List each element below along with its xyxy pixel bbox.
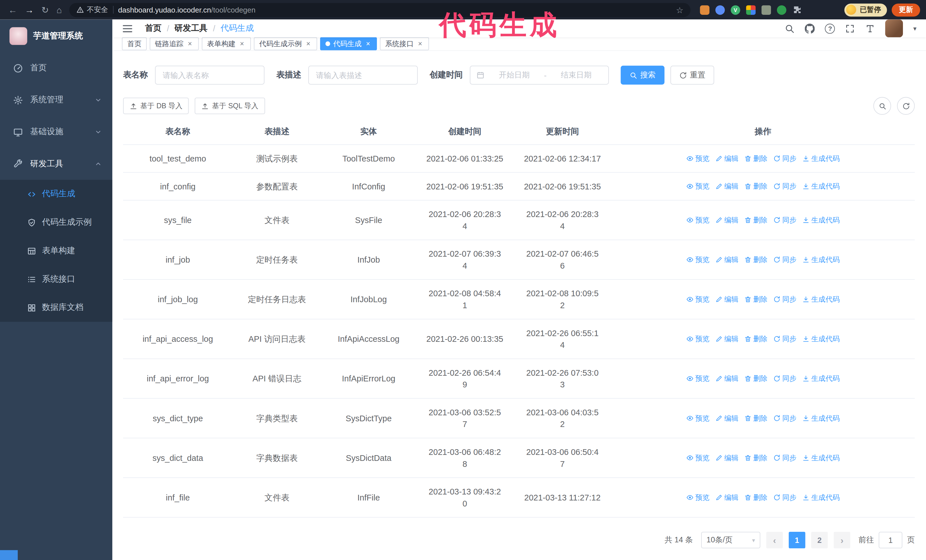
sync-link[interactable]: 同步 — [773, 412, 796, 424]
sync-link[interactable]: 同步 — [773, 180, 796, 192]
import-sql-button[interactable]: 基于 SQL 导入 — [195, 98, 265, 114]
bookmark-star-icon[interactable]: ☆ — [676, 5, 684, 15]
prev-page-button[interactable]: ‹ — [766, 532, 783, 548]
extension-icon[interactable] — [762, 5, 771, 15]
close-icon[interactable]: × — [416, 40, 424, 47]
edit-link[interactable]: 编辑 — [716, 152, 738, 165]
delete-link[interactable]: 删除 — [744, 373, 767, 385]
extension-icon[interactable] — [746, 5, 756, 15]
sync-link[interactable]: 同步 — [773, 152, 796, 165]
generate-code-link[interactable]: 生成代码 — [802, 293, 840, 305]
sidebar-item-dev-tools[interactable]: 研发工具 — [0, 148, 112, 180]
reload-icon[interactable]: ↻ — [41, 5, 49, 14]
edit-link[interactable]: 编辑 — [716, 333, 738, 345]
generate-code-link[interactable]: 生成代码 — [802, 452, 840, 464]
tab-form-builder[interactable]: 表单构建 × — [202, 37, 251, 50]
sidebar-item-infrastructure[interactable]: 基础设施 — [0, 116, 112, 148]
goto-page-input[interactable] — [879, 532, 902, 548]
preview-link[interactable]: 预览 — [686, 333, 710, 345]
close-icon[interactable]: × — [365, 40, 372, 47]
table-name-input[interactable] — [155, 66, 265, 85]
generate-code-link[interactable]: 生成代码 — [802, 152, 840, 165]
preview-link[interactable]: 预览 — [686, 293, 710, 305]
edit-link[interactable]: 编辑 — [716, 293, 738, 305]
generate-code-link[interactable]: 生成代码 — [802, 254, 840, 266]
date-range-picker[interactable]: 开始日期 - 结束日期 — [470, 66, 609, 85]
extension-icon[interactable] — [716, 5, 725, 15]
extensions-puzzle-icon[interactable] — [792, 5, 802, 15]
generate-code-link[interactable]: 生成代码 — [802, 412, 840, 424]
preview-link[interactable]: 预览 — [686, 373, 710, 385]
back-icon[interactable]: ← — [8, 5, 17, 14]
search-button[interactable]: 搜索 — [620, 66, 664, 85]
caret-down-icon[interactable]: ▾ — [913, 24, 916, 32]
import-db-button[interactable]: 基于 DB 导入 — [123, 98, 189, 114]
delete-link[interactable]: 删除 — [744, 180, 767, 192]
browser-update-button[interactable]: 更新 — [892, 3, 920, 16]
generate-code-link[interactable]: 生成代码 — [802, 214, 840, 226]
tab-system-api[interactable]: 系统接口 × — [380, 37, 429, 50]
close-icon[interactable]: × — [239, 40, 246, 47]
sync-link[interactable]: 同步 — [773, 452, 796, 464]
forward-icon[interactable]: → — [25, 5, 33, 14]
generate-code-link[interactable]: 生成代码 — [802, 373, 840, 385]
sidebar-item-home[interactable]: 首页 — [0, 52, 112, 84]
address-bar[interactable]: 不安全 dashboard.yudao.iocoder.cn /tool/cod… — [69, 3, 690, 17]
tab-codegen-example[interactable]: 代码生成示例 × — [254, 37, 317, 50]
delete-link[interactable]: 删除 — [744, 254, 767, 266]
page-button-2[interactable]: 2 — [811, 532, 828, 548]
edit-link[interactable]: 编辑 — [716, 373, 738, 385]
reset-button[interactable]: 重置 — [670, 66, 714, 85]
delete-link[interactable]: 删除 — [744, 293, 767, 305]
generate-code-link[interactable]: 生成代码 — [802, 180, 840, 192]
sidebar-item-codegen-example[interactable]: 代码生成示例 — [0, 208, 112, 237]
page-button-1[interactable]: 1 — [789, 532, 805, 548]
fullscreen-icon[interactable] — [845, 23, 855, 33]
preview-link[interactable]: 预览 — [686, 492, 710, 504]
sync-link[interactable]: 同步 — [773, 254, 796, 266]
sync-link[interactable]: 同步 — [773, 293, 796, 305]
page-size-select[interactable]: 10条/页 ▾ — [701, 532, 761, 548]
tab-trace[interactable]: 链路追踪 × — [150, 37, 198, 50]
search-icon[interactable] — [785, 23, 795, 33]
edit-link[interactable]: 编辑 — [716, 254, 738, 266]
sidebar-item-system-api[interactable]: 系统接口 — [0, 265, 112, 293]
delete-link[interactable]: 删除 — [744, 333, 767, 345]
refresh-button[interactable] — [897, 97, 915, 115]
preview-link[interactable]: 预览 — [686, 152, 710, 165]
delete-link[interactable]: 删除 — [744, 152, 767, 165]
app-logo[interactable]: 芋道管理系统 — [0, 20, 112, 52]
toggle-search-button[interactable] — [873, 97, 891, 115]
preview-link[interactable]: 预览 — [686, 452, 710, 464]
close-icon[interactable]: × — [305, 40, 312, 47]
sync-link[interactable]: 同步 — [773, 333, 796, 345]
delete-link[interactable]: 删除 — [744, 492, 767, 504]
profile-paused-badge[interactable]: 已暂停 — [844, 3, 887, 16]
preview-link[interactable]: 预览 — [686, 412, 710, 424]
tab-home[interactable]: 首页 — [122, 37, 147, 50]
sidebar-item-system-manage[interactable]: 系统管理 — [0, 84, 112, 116]
github-icon[interactable] — [805, 23, 815, 33]
extension-icon[interactable] — [700, 5, 710, 15]
preview-link[interactable]: 预览 — [686, 214, 710, 226]
home-icon[interactable]: ⌂ — [56, 5, 62, 14]
preview-link[interactable]: 预览 — [686, 254, 710, 266]
sidebar-item-db-doc[interactable]: 数据库文档 — [0, 293, 112, 322]
edit-link[interactable]: 编辑 — [716, 452, 738, 464]
sidebar-item-codegen[interactable]: 代码生成 — [0, 180, 112, 208]
preview-link[interactable]: 预览 — [686, 180, 710, 192]
extension-icon[interactable] — [777, 5, 787, 15]
edit-link[interactable]: 编辑 — [716, 214, 738, 226]
user-avatar[interactable] — [885, 20, 903, 37]
generate-code-link[interactable]: 生成代码 — [802, 492, 840, 504]
sync-link[interactable]: 同步 — [773, 492, 796, 504]
tab-codegen[interactable]: 代码生成 × — [320, 37, 377, 50]
delete-link[interactable]: 删除 — [744, 214, 767, 226]
help-icon[interactable]: ? — [825, 23, 835, 33]
close-icon[interactable]: × — [186, 40, 194, 47]
breadcrumb-dev-tools[interactable]: 研发工具 — [174, 23, 207, 33]
delete-link[interactable]: 删除 — [744, 412, 767, 424]
table-desc-input[interactable] — [308, 66, 418, 85]
delete-link[interactable]: 删除 — [744, 452, 767, 464]
font-size-icon[interactable] — [865, 23, 875, 33]
